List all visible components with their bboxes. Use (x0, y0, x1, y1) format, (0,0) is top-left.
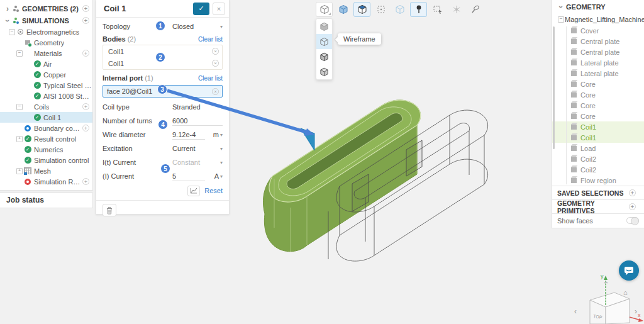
delete-button[interactable] (103, 204, 116, 216)
job-status-label: Job status (6, 196, 44, 204)
add-button[interactable] (82, 125, 89, 131)
tree-item[interactable]: Result control (0, 133, 92, 144)
collapse-icon[interactable] (557, 16, 565, 23)
wire-diameter-input[interactable]: 9.12e-4 (172, 130, 205, 140)
expander-icon[interactable] (16, 50, 23, 57)
chat-icon (623, 265, 635, 276)
selected-face[interactable] (301, 128, 314, 150)
remove-item-icon[interactable] (212, 48, 219, 55)
coil-body-solid[interactable] (263, 100, 420, 252)
add-button[interactable] (82, 5, 89, 12)
show-faces-toggle[interactable] (626, 217, 639, 224)
tree-item-icon (11, 16, 20, 25)
support-chat-button[interactable] (619, 260, 639, 281)
tree-item[interactable]: Coils (0, 101, 92, 112)
probe-point-button[interactable] (410, 2, 427, 17)
add-button[interactable] (82, 17, 89, 24)
tree-item-icon (23, 103, 32, 111)
cube-icon (571, 114, 577, 119)
i-current-input[interactable]: 5 (172, 171, 205, 181)
tree-item[interactable]: Mesh (0, 165, 92, 176)
rotate-up-icon[interactable]: › (602, 281, 609, 284)
tree-item-label: Numerics (34, 146, 63, 154)
expander-icon[interactable] (16, 168, 23, 174)
add-button[interactable] (629, 189, 636, 196)
filter-button[interactable] (448, 2, 465, 17)
wire-diameter-unit-select[interactable]: m ▾ (213, 131, 223, 138)
tree-item[interactable]: Air (0, 59, 92, 69)
remove-item-icon[interactable] (212, 88, 219, 95)
select-face-mode-button[interactable] (353, 2, 370, 17)
fit-view-button[interactable] (372, 2, 389, 17)
measure-button[interactable] (467, 2, 484, 17)
job-status-bar[interactable]: Job status (0, 193, 93, 208)
tree-item[interactable]: Simulation control (0, 155, 92, 165)
expander-icon[interactable] (16, 136, 23, 142)
expander-icon[interactable] (16, 104, 23, 110)
transparent-cube-button[interactable] (335, 2, 352, 17)
coil-type-select[interactable]: Stranded ▾ (172, 103, 223, 111)
tree-item[interactable]: Boundary conditions (0, 123, 92, 133)
tree-item-icon (33, 81, 42, 89)
ghost-cube-icon (395, 4, 405, 14)
add-button[interactable] (82, 50, 89, 57)
add-button[interactable] (82, 178, 89, 185)
render-mode-button[interactable] (316, 2, 333, 17)
tree-item[interactable]: GEOMETRIES (2) (0, 3, 92, 14)
render-mode-hidden-line[interactable] (316, 64, 332, 79)
coil-settings-panel: Coil 1 ✓ × Topology Closed ▾ Bodies (2) … (96, 0, 230, 215)
topology-select[interactable]: Closed ▾ (172, 23, 223, 30)
tree-item[interactable]: SIMULATIONS (0, 14, 92, 26)
tree-item[interactable]: Coil 1 (0, 112, 92, 123)
saved-selections-section[interactable]: SAVED SELECTIONS (552, 186, 644, 199)
expander-icon[interactable] (4, 4, 11, 13)
add-button[interactable] (82, 103, 89, 110)
expander-icon[interactable] (8, 29, 16, 35)
expander-icon[interactable] (4, 16, 11, 25)
cube-icon (571, 157, 577, 162)
geometry-body-label: Core (580, 91, 596, 99)
rotate-left-icon[interactable]: ‹ (574, 308, 577, 315)
tree-item[interactable]: Simulation Runs (0, 176, 92, 187)
tree-item[interactable]: Geometry (0, 37, 92, 48)
render-mode-shaded-edges[interactable] (316, 49, 332, 64)
close-button[interactable]: × (213, 3, 225, 15)
render-mode-wireframe[interactable] (316, 34, 332, 49)
tree-item-label: AISI 1008 Steel - Core (43, 92, 92, 100)
tree-item-label: SIMULATIONS (22, 17, 69, 25)
geometry-root-item[interactable]: Magnetic_Lifting_Machine ... (552, 14, 644, 25)
tree-item-icon (23, 156, 32, 164)
box-select-button[interactable] (429, 2, 446, 17)
excitation-select[interactable]: Current ▾ (172, 145, 223, 152)
show-hidden-button[interactable] (391, 2, 408, 17)
pin-icon (414, 4, 424, 14)
annotation-badge-4: 4 (158, 120, 168, 130)
geometry-header-label: GEOMETRY (566, 3, 606, 11)
tree-item[interactable]: Typical Steel - Work... (0, 80, 92, 91)
render-mode-shaded[interactable] (316, 19, 332, 34)
tree-item[interactable]: Copper (0, 69, 92, 80)
port-clear-link[interactable]: Clear list (198, 75, 223, 82)
scrollbar[interactable] (553, 26, 555, 149)
tree-item[interactable]: AISI 1008 Steel - Core (0, 91, 92, 101)
chart-button[interactable] (187, 186, 200, 196)
i-current-unit-select[interactable]: A ▾ (214, 172, 223, 180)
add-button[interactable] (629, 203, 636, 210)
tree-item[interactable]: Numerics (0, 144, 92, 155)
it-current-select: Constant ▾ (172, 159, 223, 166)
home-view-icon[interactable]: ⌂ (623, 289, 628, 296)
geometry-primitives-section[interactable]: GEOMETRY PRIMITIVES (552, 199, 644, 213)
tree-item[interactable]: Electromagnetics (0, 26, 92, 37)
reset-link[interactable]: Reset (204, 187, 223, 194)
chevron-down-icon: ▾ (220, 174, 223, 179)
geometry-header[interactable]: GEOMETRY (552, 0, 644, 14)
bodies-clear-link[interactable]: Clear list (198, 36, 223, 43)
confirm-button[interactable]: ✓ (193, 3, 209, 15)
rotate-right-icon[interactable]: › (635, 308, 637, 315)
wireframe-cube-icon (319, 37, 329, 47)
turns-input[interactable]: 6000 (172, 116, 223, 126)
bodies-count: (2) (128, 35, 136, 43)
tree-item[interactable]: Materials (0, 48, 92, 59)
internal-port-value: face 20@Coil1 (107, 87, 152, 95)
remove-item-icon[interactable] (212, 60, 219, 67)
